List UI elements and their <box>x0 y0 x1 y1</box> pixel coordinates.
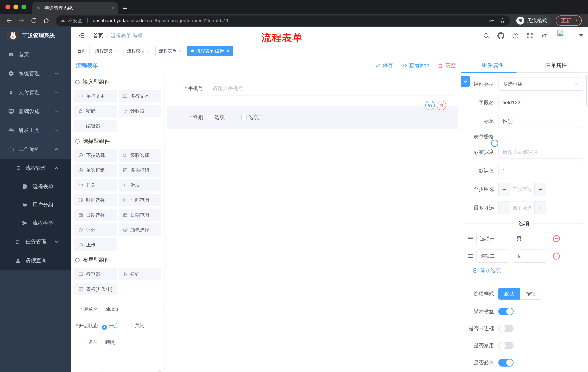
gender-option-1-checkbox[interactable]: 选项一 <box>207 114 230 121</box>
palette-item[interactable]: 按钮 <box>119 268 161 280</box>
sidebar-item[interactable]: 基础设施 <box>0 102 71 121</box>
address-bar[interactable]: 不安全 dashboard.yudao.iocoder.cn /bpm/mana… <box>56 15 510 26</box>
home-icon[interactable] <box>43 17 50 24</box>
palette-item[interactable]: 时间范围 <box>119 194 161 206</box>
minimize-window-button[interactable] <box>13 5 18 9</box>
plus-button[interactable]: + <box>535 202 546 214</box>
fullscreen-icon[interactable] <box>526 32 533 39</box>
sidebar-item[interactable]: 系统管理 <box>0 64 71 83</box>
add-option-button[interactable]: 添加选项 <box>461 267 583 274</box>
tags-view-tab[interactable]: 首页 <box>74 46 90 56</box>
palette-item[interactable]: 日期范围 <box>119 209 161 221</box>
sidebar-item[interactable]: 研发工具 <box>0 121 71 140</box>
tag-close-icon[interactable]: × <box>227 49 229 53</box>
plus-button[interactable]: + <box>535 183 546 196</box>
tags-view-tab[interactable]: 流程模型× <box>124 46 153 56</box>
toggle-switch[interactable] <box>498 342 514 350</box>
min-select-stepper[interactable]: − 至少应选 + <box>498 183 546 196</box>
palette-item[interactable]: 颜色选择 <box>119 223 161 236</box>
sidebar-item[interactable]: 流程模型 <box>0 214 71 232</box>
clear-button[interactable]: 清空 <box>438 62 456 69</box>
sidebar-item[interactable]: ¥支付管理 <box>0 83 71 102</box>
avatar[interactable] <box>556 28 571 43</box>
form-canvas[interactable]: 手机号 请输入手机号 性别 选项一 <box>165 73 461 372</box>
palette-item[interactable]: 滑块 <box>119 179 161 191</box>
slider-handle[interactable] <box>491 139 498 147</box>
tag-close-icon[interactable]: × <box>115 49 118 53</box>
palette-item[interactable]: 多行文本 <box>119 90 161 102</box>
canvas-field-phone[interactable]: 手机号 请输入手机号 <box>165 81 452 96</box>
form-remark-textarea[interactable]: 嘿嘿 <box>102 337 161 372</box>
palette-item[interactable]: 单选框组 <box>74 164 117 177</box>
status-off-radio[interactable]: 关闭 <box>128 320 145 331</box>
status-on-radio[interactable]: 开启 <box>102 320 119 331</box>
copy-component-button[interactable] <box>425 101 435 110</box>
sidebar-item[interactable]: 首页 <box>0 45 71 64</box>
reload-icon[interactable] <box>31 17 37 24</box>
tab-close-icon[interactable]: × <box>111 5 114 11</box>
minus-button[interactable]: − <box>498 183 510 196</box>
palette-item[interactable]: 开关 <box>74 179 117 191</box>
palette-item[interactable]: 编辑器 <box>74 120 117 132</box>
sidebar-item[interactable]: 用户分组 <box>0 196 71 214</box>
palette-item[interactable]: 评分 <box>74 223 117 236</box>
back-icon[interactable] <box>6 17 12 24</box>
toggle-switch[interactable] <box>498 325 514 332</box>
forward-icon[interactable] <box>18 17 25 24</box>
remove-option-button[interactable] <box>552 234 560 243</box>
gender-option-2-checkbox[interactable]: 选项二 <box>242 114 264 121</box>
max-select-stepper[interactable]: − 最多可选 + <box>498 201 546 214</box>
close-window-button[interactable] <box>5 5 10 9</box>
bookmark-star-icon[interactable] <box>500 18 505 23</box>
sidebar-item[interactable]: 流程管理 <box>0 159 71 178</box>
palette-item[interactable]: 表格[开发中] <box>74 283 117 295</box>
avatar-caret-icon[interactable] <box>579 34 583 37</box>
sidebar-item[interactable]: 工作流程 <box>0 140 71 159</box>
traffic-lights[interactable] <box>0 0 32 14</box>
sidebar-item[interactable]: 任务管理 <box>0 232 71 251</box>
option-value-input[interactable] <box>513 232 547 245</box>
palette-item[interactable]: 多选框组 <box>119 164 161 177</box>
font-size-icon[interactable]: TT <box>541 32 548 39</box>
minus-button[interactable]: − <box>498 202 510 214</box>
tab-form-props[interactable]: 表单属性 <box>525 58 588 73</box>
search-icon[interactable] <box>483 32 490 39</box>
phone-field-input[interactable]: 请输入手机号 <box>207 81 452 96</box>
palette-item[interactable]: 级联选择 <box>119 149 161 162</box>
tags-view-tab[interactable]: 流程表单× <box>155 46 185 56</box>
delete-component-button[interactable] <box>437 101 446 110</box>
palette-item[interactable]: 行容器 <box>74 268 117 280</box>
canvas-field-gender-selected[interactable]: 性别 选项一 选项二 <box>167 106 458 129</box>
not-secure-warning-icon[interactable] <box>60 18 65 23</box>
tag-close-icon[interactable]: × <box>147 49 150 53</box>
tab-component-props[interactable]: 组件属性 <box>461 58 525 73</box>
browser-update-button[interactable]: 更新 <box>556 15 582 26</box>
style-default-button[interactable]: 默认 <box>498 288 520 299</box>
new-tab-button[interactable]: + <box>123 5 127 12</box>
save-button[interactable]: 保存 <box>375 62 393 69</box>
panel-scrollbar[interactable] <box>586 75 588 106</box>
component-type-select[interactable]: 多选框组 <box>498 77 583 91</box>
option-label-input[interactable] <box>476 232 510 245</box>
remove-option-button[interactable] <box>552 252 560 260</box>
palette-item[interactable]: 123计数器 <box>119 105 161 117</box>
sidebar-item[interactable]: 请假查询 <box>0 251 71 270</box>
zoom-window-button[interactable] <box>21 5 26 9</box>
style-button-button[interactable]: 按钮 <box>520 288 542 299</box>
title-input[interactable] <box>498 115 583 128</box>
view-json-button[interactable]: 查看json <box>401 62 429 69</box>
palette-item[interactable]: 日期选择 <box>74 209 117 221</box>
dock-handle[interactable] <box>461 76 470 87</box>
palette-item[interactable]: 时间选择 <box>74 194 117 206</box>
browser-tab[interactable]: 芋道管理系统 × <box>32 2 118 14</box>
app-logo[interactable]: 芋道管理系统 <box>0 27 71 44</box>
toggle-switch[interactable] <box>498 308 514 315</box>
breadcrumb-home[interactable]: 首页 <box>93 32 103 39</box>
palette-item[interactable]: 单行文本 <box>74 90 117 102</box>
toggle-switch[interactable] <box>498 359 514 367</box>
palette-item[interactable]: 密码 <box>74 105 117 117</box>
tags-view-tab[interactable]: 流程表单-编辑× <box>187 46 233 56</box>
tags-view-tab[interactable]: 流程定义× <box>92 46 121 56</box>
help-icon[interactable] <box>512 32 519 39</box>
palette-item[interactable]: 下拉选择 <box>74 149 117 162</box>
